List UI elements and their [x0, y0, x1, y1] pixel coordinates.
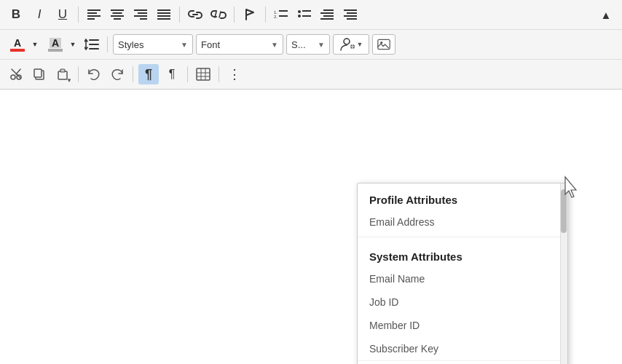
- styles-select[interactable]: Styles ▼: [113, 34, 193, 55]
- toolbar-row3: ▼ ¶ ¶ ⋮: [0, 59, 622, 89]
- svg-rect-5: [113, 12, 122, 14]
- svg-point-23: [298, 10, 301, 13]
- svg-rect-11: [140, 18, 147, 20]
- separator-7: [133, 66, 133, 82]
- styles-label: Styles: [118, 39, 143, 50]
- svg-rect-22: [279, 15, 288, 17]
- size-chevron: ▼: [318, 41, 325, 49]
- align-center-button[interactable]: [107, 4, 127, 25]
- job-id-item[interactable]: Job ID: [358, 290, 560, 314]
- highlight-color-button[interactable]: A: [44, 34, 67, 55]
- separator-6: [78, 66, 79, 82]
- styles-chevron: ▼: [181, 41, 188, 49]
- choose-new-data-source-link[interactable]: Choose New Data Source: [358, 361, 560, 364]
- more-options-button[interactable]: ⋮: [224, 64, 245, 84]
- flag-button[interactable]: [240, 4, 260, 25]
- svg-rect-31: [344, 9, 357, 11]
- redo-button[interactable]: [107, 64, 127, 84]
- attributes-dropdown: Profile Attributes Email Address System …: [357, 183, 568, 364]
- svg-rect-42: [34, 69, 42, 77]
- font-label: Font: [201, 39, 220, 50]
- svg-rect-33: [344, 15, 357, 17]
- svg-rect-24: [302, 10, 311, 12]
- unlink-button[interactable]: [208, 4, 229, 25]
- data-source-button[interactable]: ▼: [333, 34, 369, 55]
- paste-button[interactable]: ▼: [52, 64, 73, 84]
- separator-9: [219, 66, 219, 82]
- svg-rect-9: [138, 12, 147, 14]
- svg-rect-12: [157, 9, 170, 11]
- copy-button[interactable]: [29, 64, 50, 84]
- font-select[interactable]: Font ▼: [196, 34, 283, 55]
- ordered-list-button[interactable]: 1.2.: [271, 4, 291, 25]
- email-address-item[interactable]: Email Address: [358, 210, 560, 234]
- align-left-button[interactable]: [84, 4, 104, 25]
- svg-rect-45: [197, 68, 210, 80]
- paragraph-mark-button[interactable]: ¶: [138, 64, 159, 84]
- subscriber-key-item[interactable]: Subscriber Key: [358, 337, 560, 361]
- toolbar: B I U 1.2.: [0, 0, 622, 90]
- separator-2: [179, 7, 180, 23]
- size-select[interactable]: S... ▼: [286, 34, 330, 55]
- insert-table-button[interactable]: [193, 64, 213, 84]
- svg-rect-8: [134, 9, 147, 11]
- svg-point-35: [344, 39, 350, 44]
- font-color-label: A: [14, 38, 21, 48]
- underline-button[interactable]: U: [52, 4, 73, 25]
- dropdown-scrollbar[interactable]: [560, 183, 567, 364]
- font-color-button[interactable]: A: [6, 34, 29, 55]
- font-color-bar: [10, 49, 25, 52]
- font-color-chevron[interactable]: ▼: [29, 34, 41, 55]
- svg-rect-28: [320, 12, 334, 14]
- separator-3: [234, 7, 235, 23]
- link-button[interactable]: [185, 4, 205, 25]
- svg-rect-29: [323, 15, 334, 17]
- highlight-color-group: A ▼: [44, 34, 79, 55]
- separator-1: [78, 7, 79, 23]
- svg-rect-26: [302, 15, 311, 17]
- svg-rect-27: [323, 9, 334, 11]
- data-source-chevron: ▼: [357, 41, 363, 48]
- svg-rect-34: [347, 18, 357, 20]
- highlight-color-chevron[interactable]: ▼: [67, 34, 79, 55]
- bold-button[interactable]: B: [6, 4, 26, 25]
- italic-button[interactable]: I: [29, 4, 50, 25]
- member-id-item[interactable]: Member ID: [358, 314, 560, 337]
- highlight-label: A: [50, 38, 61, 48]
- svg-rect-6: [111, 15, 124, 17]
- indent-button[interactable]: [341, 4, 361, 25]
- svg-rect-30: [320, 18, 334, 20]
- svg-rect-20: [279, 10, 288, 12]
- unordered-list-button[interactable]: [294, 4, 315, 25]
- font-color-group: A ▼: [6, 34, 41, 55]
- toolbar-row2: A ▼ A ▼ Styles ▼ Font ▼: [0, 30, 622, 59]
- svg-rect-44: [60, 69, 65, 72]
- toolbar-row1: B I U 1.2.: [0, 0, 622, 30]
- font-chevron: ▼: [271, 41, 278, 49]
- collapse-button[interactable]: ▲: [596, 4, 616, 25]
- svg-rect-32: [347, 12, 357, 14]
- svg-rect-1: [87, 12, 97, 14]
- undo-button[interactable]: [84, 64, 104, 84]
- svg-rect-13: [157, 12, 170, 14]
- cut-button[interactable]: [6, 64, 26, 84]
- svg-rect-15: [157, 18, 170, 20]
- svg-rect-7: [114, 18, 121, 20]
- align-justify-button[interactable]: [154, 4, 174, 25]
- svg-rect-3: [87, 18, 95, 20]
- align-right-button[interactable]: [130, 4, 151, 25]
- svg-rect-14: [157, 15, 170, 17]
- highlight-color-bar: [48, 49, 63, 52]
- separator-8: [187, 66, 188, 82]
- separator-4: [265, 7, 266, 23]
- dropdown-inner: Profile Attributes Email Address System …: [358, 183, 560, 364]
- rtl-paragraph-button[interactable]: ¶: [162, 64, 182, 84]
- insert-image-button[interactable]: [372, 34, 395, 55]
- email-name-item[interactable]: Email Name: [358, 267, 560, 290]
- size-label: S...: [291, 39, 306, 50]
- profile-attributes-header: Profile Attributes: [358, 183, 560, 210]
- outdent-button[interactable]: [318, 4, 338, 25]
- svg-rect-0: [87, 9, 101, 11]
- dropdown-scrollbar-thumb: [561, 189, 567, 233]
- line-spacing-button[interactable]: [82, 34, 102, 55]
